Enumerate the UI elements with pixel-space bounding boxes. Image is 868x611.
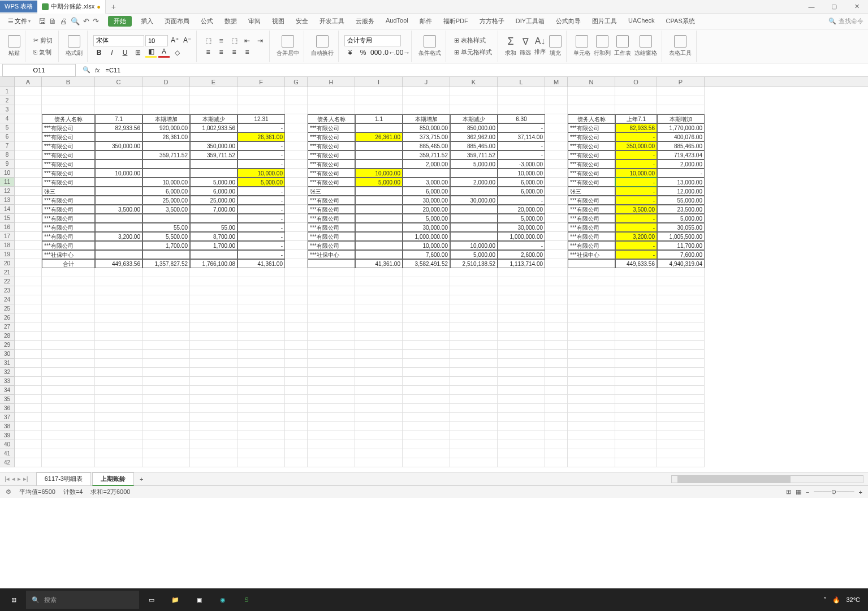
cell[interactable]: ***社保中心 [42,250,95,259]
cell[interactable] [450,295,498,304]
cell[interactable] [615,332,657,341]
cell[interactable]: ***有限公司 [42,241,95,250]
cell[interactable] [545,250,568,259]
cell[interactable] [450,105,498,114]
cell[interactable] [498,313,545,322]
cell[interactable] [308,259,355,268]
cell[interactable]: 6,000.00 [142,187,190,196]
cell[interactable] [15,187,42,196]
cell[interactable]: ***有限公司 [308,214,355,223]
comma-icon[interactable]: 000 [370,48,382,58]
cell[interactable]: 4,940,319.04 [657,259,705,268]
cond-format-button[interactable]: 条件格式 [417,34,442,58]
cell[interactable] [142,395,190,404]
cell[interactable] [190,386,237,395]
cell[interactable] [403,304,450,313]
cell[interactable] [237,431,285,440]
cell[interactable]: 6.30 [498,114,545,123]
row-header-1[interactable]: 1 [0,87,15,96]
cell[interactable]: - [498,196,545,205]
cell[interactable]: ***有限公司 [308,232,355,241]
cell[interactable] [285,350,308,359]
cell[interactable] [615,422,657,431]
format-painter[interactable]: 格式刷 [64,34,84,58]
cell[interactable]: 82,933.56 [95,123,142,132]
cell[interactable]: 82,933.56 [615,123,657,132]
cell[interactable]: 350,000.00 [95,141,142,150]
cell[interactable] [403,359,450,368]
cell[interactable] [355,96,403,105]
cell[interactable] [285,268,308,277]
cell[interactable]: ***有限公司 [308,205,355,214]
task-view-icon[interactable]: ▭ [140,590,163,610]
cell[interactable] [657,359,705,368]
cell[interactable]: ***有限公司 [42,178,95,187]
cell[interactable] [15,368,42,377]
cell[interactable] [498,304,545,313]
cell[interactable]: ***有限公司 [568,141,615,150]
cell[interactable] [15,440,42,449]
cell[interactable] [15,96,42,105]
cell[interactable] [285,223,308,232]
cell[interactable]: 张三 [42,187,95,196]
cell[interactable] [545,322,568,332]
cell[interactable] [498,96,545,105]
cell[interactable]: ***有限公司 [568,232,615,241]
cell[interactable]: - [237,214,285,223]
cell[interactable] [615,404,657,413]
menu-tab-10[interactable]: AudTool [383,16,411,27]
cell[interactable] [498,322,545,332]
cell[interactable]: 885,465.00 [657,141,705,150]
cell[interactable] [190,368,237,377]
edge-icon[interactable]: ◉ [211,590,234,610]
cell[interactable] [237,304,285,313]
cell[interactable] [190,87,237,96]
cell[interactable] [15,241,42,250]
cell[interactable] [15,223,42,232]
cell[interactable] [657,268,705,277]
cell[interactable] [142,431,190,440]
cell[interactable] [403,87,450,96]
cell[interactable] [237,268,285,277]
cell[interactable] [95,368,142,377]
cell[interactable] [657,313,705,322]
sheet-prev-icon[interactable]: ◂ [12,475,15,483]
cell[interactable] [190,295,237,304]
cell[interactable] [403,350,450,359]
row-header-16[interactable]: 16 [0,223,15,232]
cell[interactable] [42,286,95,295]
cell[interactable] [285,277,308,286]
cell[interactable] [190,105,237,114]
cell[interactable]: 5,500.00 [142,232,190,241]
align-justify-icon[interactable]: ≡ [241,47,253,57]
cell[interactable] [615,458,657,467]
row-header-31[interactable]: 31 [0,359,15,368]
cell[interactable]: ***有限公司 [42,205,95,214]
cell[interactable]: 5,000.00 [237,178,285,187]
cell[interactable]: 6,000.00 [403,187,450,196]
cell[interactable] [403,377,450,386]
cell[interactable] [355,449,403,458]
col-header-A[interactable]: A [15,77,42,87]
cell[interactable]: 1,005,500.00 [657,232,705,241]
cell[interactable] [237,440,285,449]
cell[interactable] [615,105,657,114]
cell[interactable] [450,96,498,105]
cell[interactable]: 1,000,000.00 [403,232,450,241]
cell[interactable] [95,132,142,141]
row-header-35[interactable]: 35 [0,395,15,404]
row-header-25[interactable]: 25 [0,304,15,313]
cell[interactable]: 850,000.00 [403,123,450,132]
cell[interactable] [545,169,568,178]
cell[interactable] [285,241,308,250]
cell[interactable] [15,123,42,132]
cell[interactable] [615,268,657,277]
cell[interactable]: 23,500.00 [657,205,705,214]
cell[interactable]: ***有限公司 [42,232,95,241]
cell[interactable] [355,386,403,395]
cell[interactable] [657,105,705,114]
cell[interactable] [142,105,190,114]
explorer-icon[interactable]: 📁 [164,590,187,610]
menu-tab-17[interactable]: UACheck [626,16,657,27]
preview-icon[interactable]: 🔍 [71,17,80,25]
